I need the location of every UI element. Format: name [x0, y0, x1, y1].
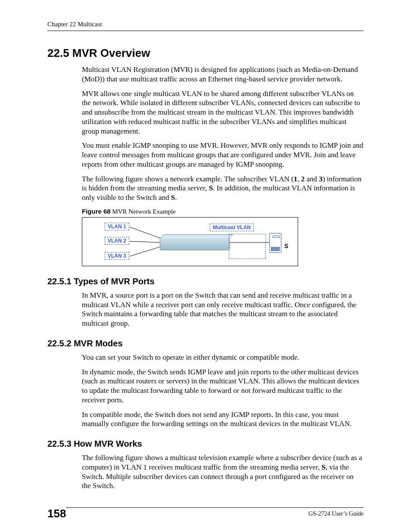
- figure-number: Figure 68: [82, 208, 111, 215]
- vlan3-tag: VLAN 3: [105, 252, 129, 260]
- text: ,: [297, 175, 301, 183]
- para-22-5-2: MVR allows one single multicast VLAN to …: [82, 89, 364, 136]
- multicast-region: [229, 234, 266, 259]
- para-22-5-1-1: In MVR, a source port is a port on the S…: [82, 291, 364, 328]
- figure-caption: Figure 68 MVR Network Example: [82, 208, 364, 215]
- bold-2: 2: [301, 175, 305, 183]
- guide-name: GS-2724 User’s Guide: [47, 510, 364, 517]
- text: and: [305, 175, 319, 183]
- heading-22-5-2: 22.5.2 MVR Modes: [47, 339, 364, 348]
- bold-3: 3: [319, 175, 323, 183]
- text: The following figure shows a network exa…: [82, 175, 294, 183]
- text: The following figure shows a multicast t…: [82, 454, 362, 471]
- bold-1: 1: [294, 175, 298, 183]
- bold-s: S: [321, 463, 325, 471]
- bold-s2: S: [171, 193, 175, 202]
- server-icon: [269, 233, 281, 253]
- para-22-5-4: The following figure shows a network exa…: [82, 174, 364, 202]
- para-22-5-2-1: You can set your Switch to operate in ei…: [82, 353, 364, 362]
- running-header: Chapter 22 Multicast: [47, 21, 364, 31]
- multicast-vlan-tag: Multicast VLAN: [210, 224, 254, 231]
- heading-22-5: 22.5 MVR Overview: [47, 47, 364, 60]
- vlan1-tag: VLAN 1: [105, 223, 129, 230]
- para-22-5-3: You must enable IGMP snooping to use MVR…: [82, 141, 364, 169]
- para-22-5-3-1: The following figure shows a multicast t…: [82, 453, 364, 491]
- bold-s1: S: [209, 184, 213, 192]
- server-label: S: [284, 243, 288, 249]
- vlan2-tag: VLAN 2: [105, 237, 129, 245]
- para-22-5-2-3: In compatible mode, the Switch does not …: [82, 410, 364, 429]
- heading-22-5-3: 22.5.3 How MVR Works: [47, 439, 364, 449]
- figure-68: VLAN 1 VLAN 2 VLAN 3 Multicast VLAN S: [82, 217, 298, 266]
- svg-line-1: [130, 241, 160, 243]
- figure-title: MVR Network Example: [111, 208, 176, 215]
- switch-icon: [160, 237, 230, 250]
- para-22-5-2-2: In dynamic mode, the Switch sends IGMP l…: [82, 367, 364, 405]
- page-number: 158: [47, 507, 66, 520]
- page-footer: 158 GS-2724 User’s Guide: [47, 507, 364, 517]
- para-22-5-1: Multicast VLAN Registration (MVR) is des…: [82, 65, 364, 84]
- text: .: [175, 193, 177, 202]
- heading-22-5-1: 22.5.1 Types of MVR Ports: [47, 277, 364, 286]
